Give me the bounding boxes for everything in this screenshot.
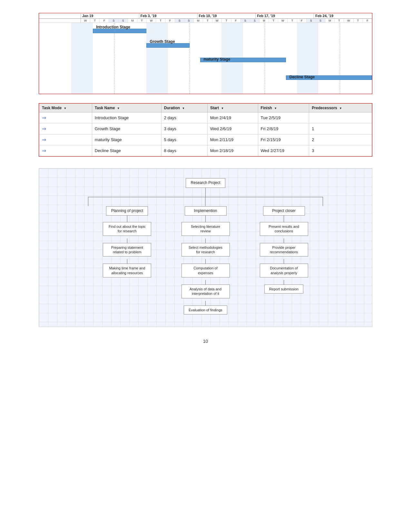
org-child-node-2-3: Report submission (264, 285, 303, 294)
gantt-vline-7 (114, 23, 114, 94)
th-finish[interactable]: Finish ▼ (258, 104, 309, 112)
gantt-day-0: W (81, 19, 90, 23)
org-root-node: Research Project (186, 178, 225, 188)
th-dur-arrow: ▼ (182, 107, 185, 110)
org-child-node-2-0: Present results and conclusions (260, 222, 308, 236)
org-child-wrap-1-2: Computation of expenses (181, 259, 230, 277)
gantt-weekend-shade-25 (308, 23, 318, 94)
cell-mode-3: ⇒ (39, 145, 92, 156)
org-chart-wrapper: Research Project Planning of projectFind… (39, 168, 372, 327)
gantt-bar-label-0: Introduction Stage (96, 25, 130, 29)
date-feb24: Feb 24, '19 (314, 13, 372, 18)
gantt-day-6: T (137, 19, 147, 23)
org-child-conn-2-3 (284, 280, 284, 285)
th-task-name[interactable]: Task Name ▼ (92, 104, 161, 112)
table-header-row: Task Mode ▼ Task Name ▼ Duration ▼ Start… (39, 104, 372, 112)
gantt-day-11: S (184, 19, 194, 23)
gantt-day-18: S (250, 19, 259, 23)
gantt-day-29: T (354, 19, 363, 23)
org-child-wrap-0-2: Making time frame and allocating resourc… (103, 259, 151, 277)
org-child-node-2-1: Provide proper recommendations (260, 243, 308, 257)
task-mode-icon-0: ⇒ (42, 115, 46, 121)
cell-pred-3: 3 (309, 145, 372, 156)
gantt-day-26: M (325, 19, 335, 23)
cell-start-0: Mon 2/4/19 (207, 112, 258, 123)
cell-name-2: maturity Stage (92, 134, 161, 145)
cell-name-3: Decline Stage (92, 145, 161, 156)
cell-pred-2: 2 (309, 134, 372, 145)
gantt-vline-14 (190, 23, 190, 94)
cell-mode-2: ⇒ (39, 134, 92, 145)
gantt-day-4: S (119, 19, 128, 23)
gantt-day-14: W (212, 19, 222, 23)
gantt-day-24: S (307, 19, 316, 23)
task-mode-icon-3: ⇒ (42, 148, 46, 153)
cell-duration-3: 8 days (161, 145, 207, 156)
th-task-mode[interactable]: Task Mode ▼ (39, 104, 92, 112)
org-child-node-0-0: Find out about the topic for research (103, 222, 151, 236)
gantt-day-10: S (175, 19, 184, 23)
gantt-day-3: S (109, 19, 118, 23)
org-child-wrap-1-0: Selecting literature review (181, 222, 230, 236)
gantt-weekend-shade-11 (157, 23, 168, 94)
gantt-date-headers: Jan 19 Feb 3, '19 Feb 10, '19 Feb 17, '1… (39, 13, 372, 19)
gantt-weekend-shade-3 (71, 23, 82, 94)
gantt-bar-1 (146, 43, 189, 48)
task-table: Task Mode ▼ Task Name ▼ Duration ▼ Start… (39, 103, 372, 156)
task-mode-icon-1: ⇒ (42, 126, 46, 131)
gantt-day-cells: WTFSSMTWTFSSMTWTFSSMTWTFSSMTWTF (81, 19, 372, 23)
cell-finish-1: Fri 2/8/19 (258, 123, 309, 134)
th-duration[interactable]: Duration ▼ (161, 104, 207, 112)
org-horiz-connector (88, 197, 323, 197)
cell-finish-0: Tue 2/5/19 (258, 112, 309, 123)
gantt-vline-28 (340, 23, 340, 94)
org-child-conn-1-4 (205, 301, 206, 305)
gantt-day-13: T (203, 19, 212, 23)
org-child-wrap-2-2: Documentation of analysis properly (260, 259, 308, 277)
gantt-day-19: M (259, 19, 269, 23)
cell-finish-2: Fri 2/15/19 (258, 134, 309, 145)
th-pred[interactable]: Predecessors ▼ (309, 104, 372, 112)
gantt-day-7: W (147, 19, 156, 23)
gantt-day-17: S (241, 19, 250, 23)
cell-duration-0: 2 days (161, 112, 207, 123)
date-feb3: Feb 3, '19 (139, 13, 198, 18)
org-drop-left (88, 197, 88, 206)
gantt-days-label (39, 19, 81, 23)
org-child-conn-0-1 (127, 238, 127, 243)
th-pred-arrow: ▼ (339, 107, 342, 110)
cell-start-1: Wed 2/6/19 (207, 123, 258, 134)
date-feb17: Feb 17, '19 (256, 13, 314, 18)
th-start[interactable]: Start ▼ (207, 104, 258, 112)
cell-duration-1: 3 days (161, 123, 207, 134)
gantt-body: Introduction StageGrowth Stagematurity S… (39, 23, 372, 94)
gantt-day-12: M (194, 19, 203, 23)
org-child-node-2-2: Documentation of analysis properly (260, 264, 308, 277)
gantt-day-8: T (156, 19, 165, 23)
org-child-conn-2-2 (284, 259, 284, 264)
gantt-days-row: WTFSSMTWTFSSMTWTFSSMTWTFSSMTWTF (39, 19, 372, 23)
org-branch-vline-2 (284, 216, 284, 222)
gantt-day-1: T (90, 19, 100, 23)
org-child-wrap-0-1: Preparing statement related to problem (103, 238, 151, 257)
gantt-weekend-shade-24 (297, 23, 308, 94)
gantt-bar-label-2: maturity Stage (203, 57, 230, 62)
org-child-conn-1-2 (205, 259, 206, 264)
gantt-weekend-shade-10 (146, 23, 157, 94)
gantt-day-20: T (269, 19, 278, 23)
org-branch-node-1: Implemention (185, 206, 227, 216)
gantt-day-27: T (335, 19, 344, 23)
page-number: 10 (39, 339, 372, 344)
table-row: ⇒ Growth Stage 3 days Wed 2/6/19 Fri 2/8… (39, 123, 372, 134)
org-drop-right (323, 197, 323, 206)
org-child-wrap-1-1: Select methodologies for research (181, 238, 230, 257)
table-row: ⇒ Decline Stage 8 days Mon 2/18/19 Wed 2… (39, 145, 372, 156)
table-row: ⇒ Introduction Stage 2 days Mon 2/4/19 T… (39, 112, 372, 123)
org-child-wrap-2-0: Present results and conclusions (260, 222, 308, 236)
gantt-day-16: F (231, 19, 241, 23)
org-root-row: Research Project (186, 178, 225, 188)
gantt-day-2: F (100, 19, 109, 23)
org-child-node-1-1: Select methodologies for research (181, 243, 230, 257)
org-child-wrap-2-1: Provide proper recommendations (260, 238, 308, 257)
gantt-day-23: F (297, 19, 307, 23)
